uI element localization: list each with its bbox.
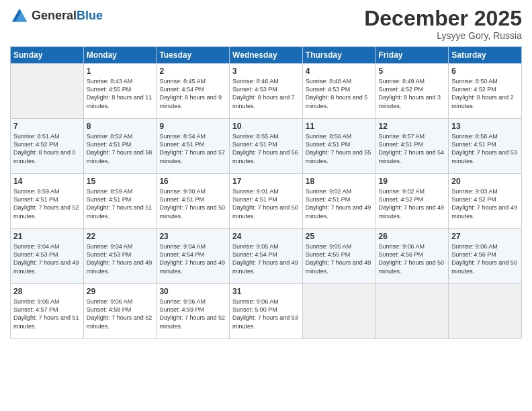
col-header-saturday: Saturday	[449, 47, 522, 64]
day-number: 10	[232, 122, 300, 131]
day-cell: 14Sunrise: 8:59 AMSunset: 4:51 PMDayligh…	[11, 174, 84, 229]
day-info: Sunrise: 9:06 AMSunset: 4:59 PMDaylight:…	[159, 298, 226, 330]
day-cell: 8Sunrise: 8:52 AMSunset: 4:51 PMDaylight…	[83, 119, 157, 174]
day-number: 3	[232, 66, 300, 76]
day-cell: 31Sunrise: 9:06 AMSunset: 5:00 PMDayligh…	[230, 284, 303, 339]
day-cell: 20Sunrise: 9:03 AMSunset: 4:52 PMDayligh…	[449, 174, 522, 229]
day-info: Sunrise: 8:48 AMSunset: 4:53 PMDaylight:…	[306, 77, 373, 110]
day-cell: 22Sunrise: 9:04 AMSunset: 4:53 PMDayligh…	[83, 229, 157, 284]
week-row-2: 14Sunrise: 8:59 AMSunset: 4:51 PMDayligh…	[11, 174, 522, 229]
day-cell: 25Sunrise: 9:05 AMSunset: 4:55 PMDayligh…	[302, 229, 375, 284]
day-number: 11	[306, 122, 373, 131]
day-info: Sunrise: 9:00 AMSunset: 4:51 PMDaylight:…	[159, 187, 226, 220]
day-info: Sunrise: 8:43 AMSunset: 4:55 PMDaylight:…	[87, 77, 154, 110]
day-cell: 13Sunrise: 8:58 AMSunset: 4:51 PMDayligh…	[449, 119, 522, 174]
col-header-thursday: Thursday	[302, 47, 375, 64]
day-info: Sunrise: 9:04 AMSunset: 4:53 PMDaylight:…	[87, 242, 154, 275]
day-number: 4	[306, 66, 373, 76]
day-number: 19	[379, 177, 446, 186]
header-row: SundayMondayTuesdayWednesdayThursdayFrid…	[11, 47, 522, 64]
day-number: 7	[13, 122, 81, 131]
day-number: 8	[87, 122, 154, 131]
day-number: 24	[232, 232, 300, 241]
day-number: 17	[232, 177, 300, 186]
day-number: 31	[232, 287, 300, 296]
day-number: 9	[159, 122, 226, 131]
day-info: Sunrise: 9:06 AMSunset: 4:56 PMDaylight:…	[379, 242, 446, 275]
day-cell: 27Sunrise: 9:06 AMSunset: 4:56 PMDayligh…	[449, 229, 522, 284]
day-cell: 15Sunrise: 8:59 AMSunset: 4:51 PMDayligh…	[83, 174, 157, 229]
col-header-sunday: Sunday	[11, 47, 84, 64]
page: GeneralBlue December 2025 Lysyye Gory, R…	[0, 0, 532, 411]
location-subtitle: Lysyye Gory, Russia	[364, 30, 522, 41]
week-row-0: 1Sunrise: 8:43 AMSunset: 4:55 PMDaylight…	[11, 64, 522, 119]
day-number: 26	[379, 232, 446, 241]
day-info: Sunrise: 8:50 AMSunset: 4:52 PMDaylight:…	[451, 77, 519, 110]
day-cell: 21Sunrise: 9:04 AMSunset: 4:53 PMDayligh…	[11, 229, 84, 284]
logo: GeneralBlue	[10, 7, 103, 26]
day-info: Sunrise: 8:54 AMSunset: 4:51 PMDaylight:…	[159, 132, 226, 165]
day-number: 1	[87, 66, 154, 76]
day-number: 29	[87, 287, 154, 296]
day-number: 14	[13, 177, 81, 186]
day-number: 30	[159, 287, 226, 296]
day-info: Sunrise: 9:02 AMSunset: 4:51 PMDaylight:…	[306, 187, 373, 220]
day-cell: 16Sunrise: 9:00 AMSunset: 4:51 PMDayligh…	[157, 174, 230, 229]
day-number: 27	[451, 232, 519, 241]
header: GeneralBlue December 2025 Lysyye Gory, R…	[10, 7, 522, 41]
col-header-friday: Friday	[375, 47, 449, 64]
day-info: Sunrise: 9:04 AMSunset: 4:54 PMDaylight:…	[159, 242, 226, 275]
day-info: Sunrise: 9:02 AMSunset: 4:52 PMDaylight:…	[379, 187, 446, 220]
day-info: Sunrise: 8:52 AMSunset: 4:51 PMDaylight:…	[87, 132, 154, 165]
day-cell	[302, 284, 375, 339]
day-info: Sunrise: 9:06 AMSunset: 4:58 PMDaylight:…	[87, 298, 154, 330]
day-cell: 29Sunrise: 9:06 AMSunset: 4:58 PMDayligh…	[83, 284, 157, 339]
day-info: Sunrise: 9:04 AMSunset: 4:53 PMDaylight:…	[13, 242, 81, 275]
day-cell: 10Sunrise: 8:55 AMSunset: 4:51 PMDayligh…	[230, 119, 303, 174]
day-info: Sunrise: 8:59 AMSunset: 4:51 PMDaylight:…	[13, 187, 81, 220]
day-number: 13	[451, 122, 519, 131]
week-row-3: 21Sunrise: 9:04 AMSunset: 4:53 PMDayligh…	[11, 229, 522, 284]
day-info: Sunrise: 8:46 AMSunset: 4:53 PMDaylight:…	[232, 77, 300, 110]
week-row-1: 7Sunrise: 8:51 AMSunset: 4:52 PMDaylight…	[11, 119, 522, 174]
day-number: 20	[451, 177, 519, 186]
day-number: 12	[379, 122, 446, 131]
day-cell: 17Sunrise: 9:01 AMSunset: 4:51 PMDayligh…	[230, 174, 303, 229]
col-header-tuesday: Tuesday	[157, 47, 230, 64]
day-number: 21	[13, 232, 81, 241]
day-cell: 28Sunrise: 9:06 AMSunset: 4:57 PMDayligh…	[11, 284, 84, 339]
day-cell: 1Sunrise: 8:43 AMSunset: 4:55 PMDaylight…	[83, 64, 157, 119]
title-block: December 2025 Lysyye Gory, Russia	[364, 7, 522, 41]
week-row-4: 28Sunrise: 9:06 AMSunset: 4:57 PMDayligh…	[11, 284, 522, 339]
day-info: Sunrise: 9:01 AMSunset: 4:51 PMDaylight:…	[232, 187, 300, 220]
day-number: 5	[379, 66, 446, 76]
day-info: Sunrise: 8:57 AMSunset: 4:51 PMDaylight:…	[379, 132, 446, 165]
col-header-monday: Monday	[83, 47, 157, 64]
day-cell: 12Sunrise: 8:57 AMSunset: 4:51 PMDayligh…	[375, 119, 449, 174]
day-cell: 2Sunrise: 8:45 AMSunset: 4:54 PMDaylight…	[157, 64, 230, 119]
day-cell: 19Sunrise: 9:02 AMSunset: 4:52 PMDayligh…	[375, 174, 449, 229]
day-number: 15	[87, 177, 154, 186]
day-info: Sunrise: 9:05 AMSunset: 4:55 PMDaylight:…	[306, 242, 373, 275]
day-cell: 7Sunrise: 8:51 AMSunset: 4:52 PMDaylight…	[11, 119, 84, 174]
col-header-wednesday: Wednesday	[230, 47, 303, 64]
day-cell: 11Sunrise: 8:56 AMSunset: 4:51 PMDayligh…	[302, 119, 375, 174]
day-number: 22	[87, 232, 154, 241]
day-info: Sunrise: 9:03 AMSunset: 4:52 PMDaylight:…	[451, 187, 519, 220]
day-info: Sunrise: 9:06 AMSunset: 5:00 PMDaylight:…	[232, 298, 300, 330]
day-cell: 30Sunrise: 9:06 AMSunset: 4:59 PMDayligh…	[157, 284, 230, 339]
day-info: Sunrise: 8:55 AMSunset: 4:51 PMDaylight:…	[232, 132, 300, 165]
day-cell: 9Sunrise: 8:54 AMSunset: 4:51 PMDaylight…	[157, 119, 230, 174]
day-number: 2	[159, 66, 226, 76]
day-cell: 5Sunrise: 8:49 AMSunset: 4:52 PMDaylight…	[375, 64, 449, 119]
day-info: Sunrise: 9:06 AMSunset: 4:57 PMDaylight:…	[13, 298, 81, 330]
day-info: Sunrise: 8:45 AMSunset: 4:54 PMDaylight:…	[159, 77, 226, 110]
day-cell	[375, 284, 449, 339]
day-cell: 6Sunrise: 8:50 AMSunset: 4:52 PMDaylight…	[449, 64, 522, 119]
day-info: Sunrise: 8:58 AMSunset: 4:51 PMDaylight:…	[451, 132, 519, 165]
day-info: Sunrise: 9:05 AMSunset: 4:54 PMDaylight:…	[232, 242, 300, 275]
day-number: 18	[306, 177, 373, 186]
logo-name: GeneralBlue	[32, 9, 103, 23]
day-info: Sunrise: 8:49 AMSunset: 4:52 PMDaylight:…	[379, 77, 446, 110]
day-cell	[449, 284, 522, 339]
